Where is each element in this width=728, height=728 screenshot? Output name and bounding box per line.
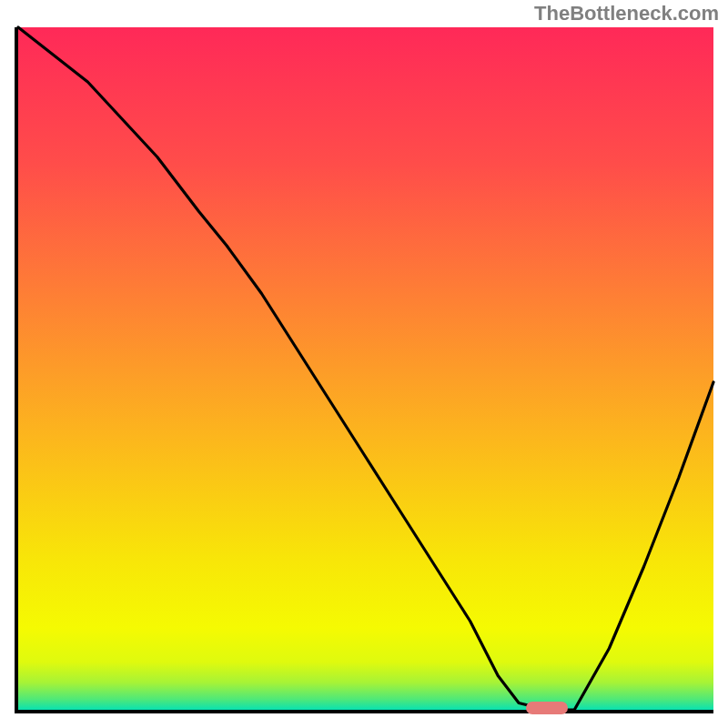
chart-container: TheBottleneck.com <box>0 0 728 728</box>
watermark-text: TheBottleneck.com <box>534 2 719 25</box>
optimal-range-marker <box>526 702 568 714</box>
plot-area <box>18 27 713 710</box>
gradient-rect <box>18 27 713 710</box>
chart-svg <box>18 27 713 710</box>
